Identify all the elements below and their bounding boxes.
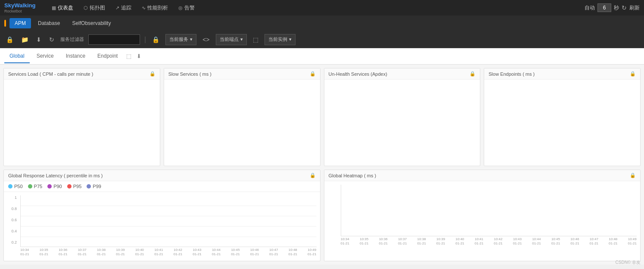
nav-profiling[interactable]: ∿ 性能剖析	[137, 3, 172, 13]
subnav-selfobs[interactable]: SelfObservability	[67, 18, 116, 28]
subnav-database[interactable]: Database	[33, 18, 65, 28]
refresh-interval-input[interactable]	[597, 3, 611, 12]
panels-row-1: Services Load ( CPM - calls per minute )…	[3, 68, 641, 166]
x-axis: 10:3401-21 10:3501-21 10:3601-21 10:3701…	[20, 248, 317, 257]
subnav-database-label: Database	[38, 20, 60, 26]
refresh-icon[interactable]: ↻	[47, 34, 56, 45]
panel-unhealth-services-lock[interactable]: 🔒	[470, 71, 476, 77]
main-content: Services Load ( CPM - calls per minute )…	[0, 65, 644, 265]
topology-icon: ⬡	[84, 5, 88, 11]
logo-area: SkyWalking Rocketbot	[4, 2, 39, 13]
subnav-selfobs-label: SelfObservability	[72, 20, 111, 26]
nav-alerts[interactable]: ◎ 告警	[174, 3, 199, 13]
panel-services-load-title: Services Load ( CPM - calls per minute )	[8, 71, 93, 77]
refresh-button[interactable]: ↻	[622, 4, 627, 11]
filter-label: 服务过滤器	[60, 36, 84, 43]
panel-unhealth-services-body	[324, 80, 480, 166]
nav-alerts-label: 告警	[184, 4, 195, 12]
lock-icon[interactable]: 🔒	[4, 34, 15, 45]
x-label-14: 10:4801-21	[289, 248, 297, 257]
nav-topology-label: 拓扑图	[90, 4, 105, 12]
panel-slow-endpoints-title: Slow Endpoints ( ms )	[488, 71, 535, 77]
download-icon[interactable]: ⬇	[34, 34, 43, 45]
nav-items: ▦ 仪表盘 ⬡ 拓扑图 ↗ 追踪 ∿ 性能剖析 ◎ 告警	[47, 3, 585, 13]
heatmap-x-label-12: 10:4601-21	[570, 237, 579, 246]
legend-p95-label: P95	[73, 184, 82, 189]
panel-latency-lock[interactable]: 🔒	[310, 173, 316, 178]
filter-input[interactable]	[88, 34, 140, 45]
tab-global[interactable]: Global	[4, 49, 30, 63]
x-label-13: 10:4701-21	[269, 248, 278, 257]
separator1: |	[144, 36, 146, 43]
legend-p99: P99	[87, 184, 101, 189]
panel-heatmap-lock[interactable]: 🔒	[630, 173, 636, 178]
heatmap-x-label-13: 10:4701-21	[590, 237, 598, 246]
heatmap-x-label-11: 10:4501-21	[551, 237, 560, 246]
heatmap-x-label-1: 10:3501-21	[360, 237, 368, 246]
tab-instance[interactable]: Instance	[61, 49, 90, 63]
current-instance-label: 当前实例	[268, 36, 287, 43]
trace-icon: ↗	[115, 5, 119, 11]
heatmap-x-label-15: 10:4901-21	[628, 237, 637, 246]
latency-legend: P50 P75 P90 P95 P99	[4, 181, 320, 192]
copy-icon[interactable]: ⬚	[124, 51, 133, 61]
folder-icon[interactable]: 📁	[19, 34, 30, 45]
panel-unhealth-services: Un-Health Services (Apdex) 🔒	[324, 68, 481, 166]
current-endpoint-dropdown[interactable]: 当前端点 ▾	[216, 34, 247, 45]
export-icon[interactable]: ⬇	[135, 51, 143, 61]
x-label-8: 10:4201-21	[174, 248, 182, 257]
panel-slow-services-body	[164, 80, 320, 166]
y-label-1: 1	[15, 195, 17, 200]
panel-services-load-header: Services Load ( CPM - calls per minute )…	[4, 68, 160, 80]
tab-instance-label: Instance	[66, 53, 85, 59]
heatmap-chart-area	[341, 185, 637, 236]
panel-heatmap-header: Global Heatmap ( ms ) 🔒	[324, 170, 641, 181]
current-instance-dropdown[interactable]: 当前实例 ▾	[264, 34, 296, 45]
logo-sub: Rocketbot	[4, 9, 39, 13]
heatmap-x-axis: 10:3401-21 10:3501-21 10:3601-21 10:3701…	[341, 237, 637, 246]
legend-p90-label: P90	[53, 184, 62, 189]
panel-slow-services: Slow Services ( ms ) 🔒	[164, 68, 320, 166]
current-service-dropdown[interactable]: 当前服务 ▾	[165, 34, 196, 45]
subnav-apm-label: APM	[15, 20, 26, 26]
panel-slow-services-lock[interactable]: 🔒	[310, 71, 316, 77]
legend-p99-label: P99	[93, 184, 101, 189]
chevron-down-icon: ▾	[190, 37, 193, 42]
nav-dashboard[interactable]: ▦ 仪表盘	[47, 3, 78, 13]
heatmap-x-label-9: 10:4301-21	[513, 237, 522, 246]
subnav-apm[interactable]: APM	[9, 18, 31, 28]
panel-slow-endpoints: Slow Endpoints ( ms ) 🔒	[484, 68, 641, 166]
tab-service[interactable]: Service	[31, 49, 59, 63]
legend-p50-dot	[8, 184, 12, 189]
legend-p50-label: P50	[14, 184, 23, 189]
nav-topology[interactable]: ⬡ 拓扑图	[79, 3, 109, 13]
heatmap-x-label-0: 10:3401-21	[341, 237, 349, 246]
y-axis: 1 0.8 0.6 0.4 0.2	[4, 195, 19, 251]
heatmap-x-label-2: 10:3601-21	[379, 237, 387, 246]
monitor-icon: ⬚	[251, 34, 260, 45]
latency-chart-svg	[21, 195, 317, 247]
tab-endpoint[interactable]: Endpoint	[92, 49, 123, 63]
panel-services-load-lock[interactable]: 🔒	[149, 71, 156, 77]
panel-services-load-body	[4, 80, 160, 166]
lock-icon-2[interactable]: 🔒	[150, 34, 161, 45]
x-label-4: 10:3801-21	[97, 248, 106, 257]
tab-endpoint-label: Endpoint	[97, 53, 118, 59]
heatmap-wrapper: 10:3401-21 10:3501-21 10:3601-21 10:3701…	[324, 181, 641, 261]
panel-unhealth-services-title: Un-Health Services (Apdex)	[329, 71, 387, 77]
x-label-9: 10:4301-21	[193, 248, 201, 257]
x-label-12: 10:4601-21	[250, 248, 259, 257]
tab-global-label: Global	[9, 53, 25, 59]
nav-profiling-label: 性能剖析	[147, 4, 168, 12]
chevron-down-icon-2: ▾	[240, 37, 243, 42]
x-label-3: 10:3701-21	[78, 248, 86, 257]
x-label-10: 10:4401-21	[212, 248, 221, 257]
panel-global-heatmap: Global Heatmap ( ms ) 🔒 10:3401-21 10:35…	[324, 170, 641, 261]
watermark: CSDN© 非友	[616, 260, 641, 265]
tab-bar: Global Service Instance Endpoint ⬚ ⬇	[0, 48, 644, 65]
x-label-0: 10:3401-21	[20, 248, 29, 257]
panel-slow-endpoints-lock[interactable]: 🔒	[630, 71, 636, 77]
refresh-label: 刷新	[629, 4, 640, 12]
nav-trace[interactable]: ↗ 追踪	[111, 3, 136, 13]
current-service-label: 当前服务	[169, 36, 188, 43]
